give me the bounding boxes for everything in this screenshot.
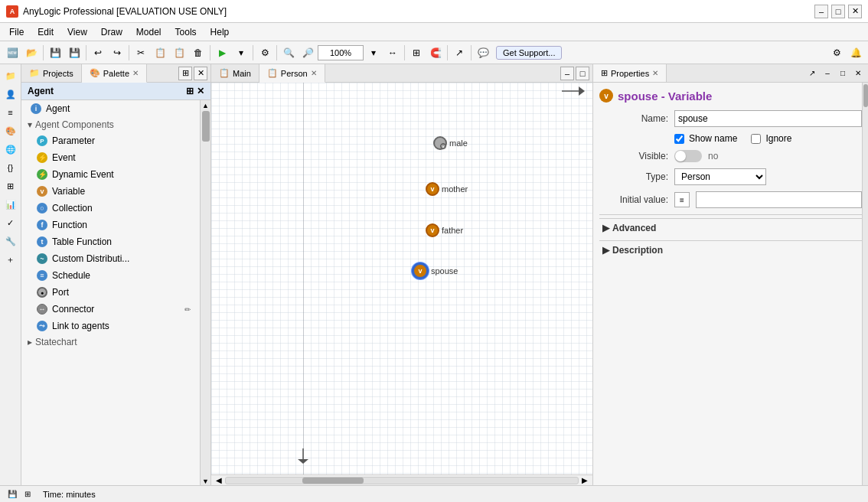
menu-edit[interactable]: Edit (31, 25, 60, 39)
toolbar-extra-2[interactable]: 🔔 (847, 44, 865, 62)
palette-item-schedule[interactable]: ≡ Schedule (21, 267, 200, 284)
palette-item-port[interactable]: ● Port (21, 284, 200, 301)
person-tab-close[interactable]: ✕ (311, 69, 317, 77)
props-name-input[interactable] (674, 110, 862, 127)
toolbar-zoom-dropdown[interactable]: ▾ (364, 44, 383, 62)
toolbar-copy[interactable]: 📋 (151, 44, 169, 62)
palette-item-connector[interactable]: ↔ Connector ✏ (21, 301, 200, 318)
palette-item-agent[interactable]: i Agent (21, 100, 200, 117)
props-min-btn[interactable]: – (821, 67, 834, 80)
sidebar-btn-chart[interactable]: 📊 (2, 196, 19, 213)
tab-palette[interactable]: 🎨 Palette ✕ (82, 64, 147, 83)
toolbar-cut[interactable]: ✂ (132, 44, 150, 62)
palette-item-table-function[interactable]: t Table Function (21, 233, 200, 250)
connector-edit-icon[interactable]: ✏ (184, 305, 191, 314)
node-spouse[interactable]: v spouse (412, 262, 458, 279)
toolbar-extra-1[interactable]: ⚙ (827, 44, 846, 62)
props-description-header[interactable]: ▶ Description (599, 241, 862, 259)
panel-close-btn[interactable]: ✕ (194, 67, 207, 80)
toolbar-zoom-in[interactable]: 🔎 (299, 44, 317, 62)
canvas-max-btn[interactable]: □ (576, 67, 589, 80)
palette-close-icon[interactable]: ✕ (197, 86, 204, 96)
palette-item-parameter[interactable]: P Parameter (21, 132, 200, 149)
toolbar-arrow[interactable]: ↗ (450, 44, 468, 62)
sidebar-btn-flow[interactable]: ≡ (2, 104, 19, 121)
props-initial-input[interactable] (696, 191, 862, 208)
props-tab-properties[interactable]: ⊞ Properties ✕ (593, 64, 667, 82)
props-close-btn[interactable]: ✕ (851, 67, 865, 80)
toolbar-open[interactable]: 📂 (22, 44, 41, 62)
props-ignore-checkbox[interactable] (751, 134, 761, 144)
get-support-button[interactable]: Get Support... (496, 46, 562, 60)
props-scrollbar[interactable] (862, 83, 868, 485)
palette-item-collection[interactable]: ○ Collection (21, 200, 200, 217)
palette-scroll-up[interactable]: ▲ (202, 102, 209, 109)
props-visible-toggle[interactable] (674, 150, 702, 162)
menu-file[interactable]: File (3, 25, 30, 39)
sidebar-btn-palette[interactable]: 🎨 (2, 122, 19, 139)
canvas-content[interactable]: v male v mother v father (211, 83, 592, 474)
sidebar-btn-code[interactable]: {} (2, 159, 19, 176)
tab-projects[interactable]: 📁 Projects (21, 64, 82, 82)
toolbar-save[interactable]: 💾 (46, 44, 64, 62)
props-showname-checkbox[interactable] (674, 134, 684, 144)
toolbar-run[interactable]: ▶ (213, 44, 231, 62)
toolbar-paste[interactable]: 📋 (170, 44, 188, 62)
canvas-scroll-left[interactable]: ◀ (213, 476, 225, 484)
node-father[interactable]: v father (426, 223, 463, 237)
toolbar-delete[interactable]: 🗑 (189, 44, 207, 62)
status-icon-2[interactable]: ⊞ (21, 488, 34, 500)
palette-item-event[interactable]: ⚡ Event (21, 149, 200, 166)
palette-item-dynamic-event[interactable]: ⚡ Dynamic Event (21, 166, 200, 183)
props-tab-close[interactable]: ✕ (652, 69, 658, 77)
menu-draw[interactable]: Draw (95, 25, 129, 39)
palette-item-custom-distribution[interactable]: ~ Custom Distributi... (21, 250, 200, 267)
menu-view[interactable]: View (61, 25, 93, 39)
toolbar-support-icon[interactable]: 💬 (474, 44, 492, 62)
palette-item-link-to-agents[interactable]: ⤳ Link to agents (21, 318, 200, 334)
node-mother[interactable]: v mother (426, 182, 468, 196)
sidebar-btn-projects[interactable]: 📁 (2, 67, 19, 84)
palette-item-function[interactable]: f Function (21, 217, 200, 233)
tab-main[interactable]: 📋 Main (211, 64, 259, 82)
sidebar-btn-ok[interactable]: ✓ (2, 214, 19, 231)
toolbar-zoom-fit[interactable]: 🔍 (279, 44, 298, 62)
canvas-scroll-track[interactable] (225, 477, 579, 484)
sidebar-btn-env[interactable]: 🌐 (2, 141, 19, 158)
toolbar-zoom-level[interactable]: 100% (318, 45, 364, 60)
palette-scroll-thumb[interactable] (202, 111, 210, 142)
props-max-btn[interactable]: □ (836, 67, 850, 80)
toolbar-grid[interactable]: ⊞ (407, 44, 426, 62)
props-external-btn[interactable]: ↗ (805, 67, 819, 80)
palette-grid-icon[interactable]: ⊞ (186, 86, 194, 96)
node-male[interactable]: v male (433, 136, 468, 150)
palette-tab-close[interactable]: ✕ (132, 69, 139, 77)
tab-person[interactable]: 📋 Person ✕ (259, 64, 325, 83)
props-advanced-header[interactable]: ▶ Advanced (599, 219, 862, 237)
toolbar-redo[interactable]: ↪ (108, 44, 126, 62)
props-expr-button[interactable]: ≡ (674, 192, 690, 207)
status-icon-1[interactable]: 💾 (6, 488, 18, 500)
canvas-min-btn[interactable]: – (560, 67, 574, 80)
sidebar-btn-tools[interactable]: 🔧 (2, 233, 19, 249)
panel-menu-btn[interactable]: ⊞ (178, 67, 192, 80)
toolbar-new[interactable]: 🆕 (3, 44, 21, 62)
props-scroll-thumb[interactable] (863, 84, 868, 107)
menu-tools[interactable]: Tools (169, 25, 203, 39)
toolbar-run-dropdown[interactable]: ▾ (232, 44, 250, 62)
canvas-scroll-thumb[interactable] (302, 478, 364, 484)
sidebar-btn-plus[interactable]: ＋ (2, 251, 19, 268)
toolbar-undo[interactable]: ↩ (89, 44, 107, 62)
toolbar-snap[interactable]: 🧲 (426, 44, 445, 62)
minimize-button[interactable]: – (814, 5, 828, 18)
canvas-scroll-right[interactable]: ▶ (579, 476, 591, 484)
menu-help[interactable]: Help (204, 25, 236, 39)
palette-item-variable[interactable]: v Variable (21, 183, 200, 200)
palette-scrollbar[interactable]: ▲ ▼ (200, 100, 210, 485)
toolbar-save-all[interactable]: 💾 (65, 44, 83, 62)
palette-scroll-down[interactable]: ▼ (202, 478, 209, 485)
toolbar-zoom-reset[interactable]: ↔ (383, 44, 402, 62)
props-type-select[interactable]: Person (674, 168, 766, 185)
maximize-button[interactable]: □ (831, 5, 845, 18)
palette-section-agent-components[interactable]: ▾ Agent Components (21, 117, 200, 132)
